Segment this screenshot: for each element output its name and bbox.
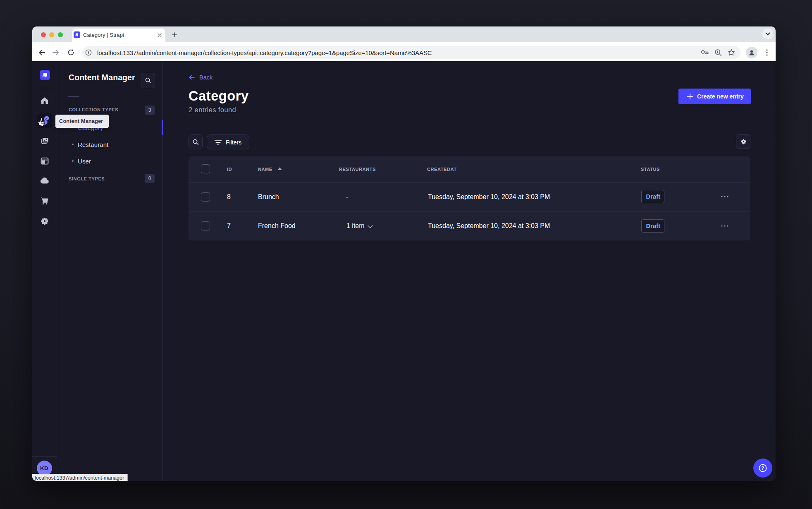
svg-text:?: ?: [761, 466, 764, 471]
